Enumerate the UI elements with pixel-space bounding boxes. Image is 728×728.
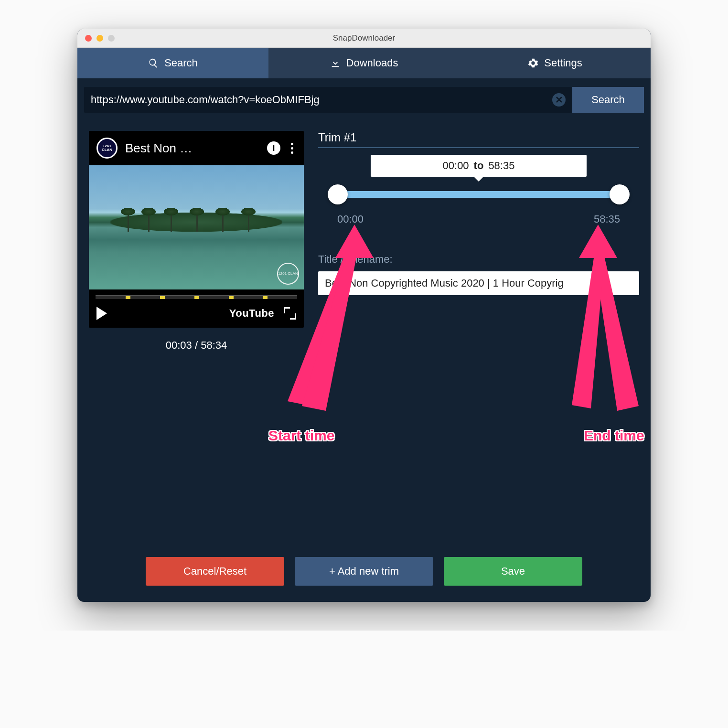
video-thumbnail[interactable]: 1261 CLAN bbox=[89, 165, 304, 289]
cancel-button[interactable]: Cancel/Reset bbox=[146, 557, 284, 586]
play-icon[interactable] bbox=[96, 307, 107, 320]
fullscreen-icon[interactable] bbox=[284, 307, 296, 320]
player-header: 1261 CLAN Best Non … i bbox=[89, 131, 304, 165]
main-body: 1261 CLAN Best Non … i 1261 CLAN bbox=[77, 118, 651, 352]
tab-search[interactable]: Search bbox=[77, 48, 268, 78]
playback-time: 00:03 / 58:34 bbox=[89, 339, 304, 352]
tooltip-start: 00:00 bbox=[443, 160, 469, 172]
range-handle-start[interactable] bbox=[328, 184, 348, 204]
url-value: https://www.youtube.com/watch?v=koeObMIF… bbox=[91, 94, 548, 106]
range-handle-end[interactable] bbox=[610, 184, 630, 204]
tab-downloads-label: Downloads bbox=[346, 57, 398, 69]
tooltip-end: 58:35 bbox=[488, 160, 514, 172]
annotation-start-label: Start time bbox=[268, 428, 334, 444]
save-button[interactable]: Save bbox=[444, 557, 582, 586]
tab-settings[interactable]: Settings bbox=[460, 48, 651, 78]
range-start-label: 00:00 bbox=[337, 213, 364, 225]
range-end-label: 58:35 bbox=[594, 213, 620, 225]
video-title: Best Non … bbox=[125, 141, 259, 156]
range-labels: 00:00 58:35 bbox=[337, 213, 620, 225]
trim-heading: Trim #1 bbox=[318, 131, 639, 148]
range-track[interactable] bbox=[337, 189, 620, 199]
channel-logo-text: 1261 CLAN bbox=[98, 144, 116, 152]
player-controls: YouTube bbox=[89, 302, 304, 328]
tab-downloads[interactable]: Downloads bbox=[268, 48, 460, 78]
tab-search-label: Search bbox=[164, 57, 198, 69]
action-row: Cancel/Reset + Add new trim Save bbox=[77, 557, 651, 586]
add-trim-button[interactable]: + Add new trim bbox=[295, 557, 433, 586]
search-button-label: Search bbox=[591, 94, 625, 106]
gear-icon bbox=[528, 58, 538, 68]
url-input[interactable]: https://www.youtube.com/watch?v=koeObMIF… bbox=[84, 87, 572, 113]
clear-input-icon[interactable]: ✕ bbox=[552, 93, 566, 107]
tooltip-separator: to bbox=[474, 160, 484, 172]
filename-label: Title / Filename: bbox=[318, 253, 639, 266]
range-tooltip: 00:00 to 58:35 bbox=[371, 155, 587, 177]
info-icon[interactable]: i bbox=[267, 141, 280, 155]
filename-value: Best Non Copyrighted Music 2020 | 1 Hour… bbox=[325, 277, 564, 289]
titlebar: SnapDownloader bbox=[77, 29, 651, 48]
thumbnail-scene bbox=[110, 213, 282, 232]
video-player[interactable]: 1261 CLAN Best Non … i 1261 CLAN bbox=[89, 131, 304, 328]
search-row: https://www.youtube.com/watch?v=koeObMIF… bbox=[77, 78, 651, 118]
watermark-icon: 1261 CLAN bbox=[277, 263, 299, 285]
channel-logo-icon[interactable]: 1261 CLAN bbox=[96, 138, 118, 159]
search-icon bbox=[148, 58, 159, 68]
search-button[interactable]: Search bbox=[572, 87, 644, 113]
range-fill bbox=[337, 191, 620, 198]
download-icon bbox=[330, 58, 341, 68]
seek-bar[interactable] bbox=[96, 295, 297, 299]
app-window: SnapDownloader Search Downloads Settings… bbox=[77, 29, 651, 602]
filename-input[interactable]: Best Non Copyrighted Music 2020 | 1 Hour… bbox=[318, 271, 639, 295]
main-tabs: Search Downloads Settings bbox=[77, 48, 651, 78]
kebab-menu-icon[interactable] bbox=[288, 143, 296, 154]
annotation-end-label: End time bbox=[584, 428, 644, 444]
window-title: SnapDownloader bbox=[77, 33, 651, 43]
tab-settings-label: Settings bbox=[544, 57, 582, 69]
youtube-label[interactable]: YouTube bbox=[229, 307, 274, 320]
preview-column: 1261 CLAN Best Non … i 1261 CLAN bbox=[89, 131, 304, 352]
trim-range: 00:00 to 58:35 00:00 58:35 bbox=[318, 189, 639, 225]
trim-column: Trim #1 00:00 to 58:35 00:00 58:35 Title bbox=[318, 131, 639, 352]
